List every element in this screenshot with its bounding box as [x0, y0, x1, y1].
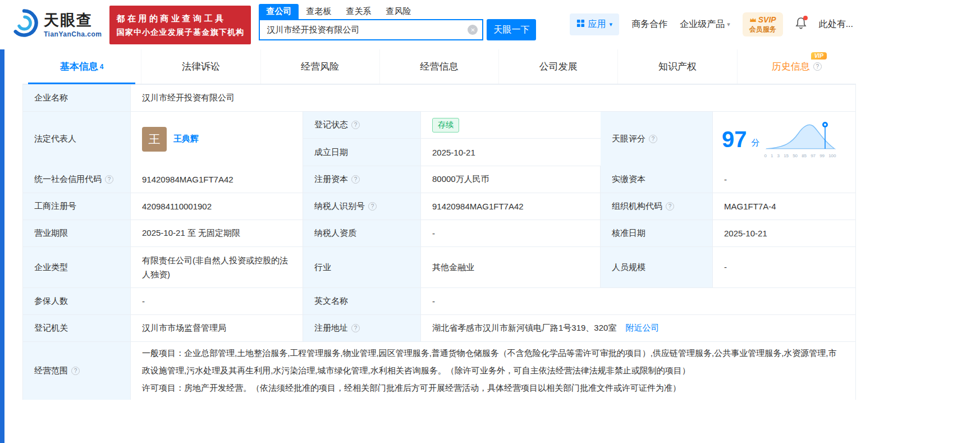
org-code-label: 组织机构代码	[612, 201, 662, 212]
help-icon[interactable]: ?	[351, 175, 360, 184]
tab-operating-risk[interactable]: 经营风险	[260, 49, 379, 84]
help-icon[interactable]: ?	[105, 175, 113, 184]
promo-banner: 都在用的商业查询工具 国家中小企业发展子基金旗下机构	[109, 6, 251, 44]
reg-number-label: 工商注册号	[23, 193, 131, 220]
apps-label: 应用	[588, 19, 606, 30]
tab-basic-info-label: 基本信息	[60, 60, 98, 73]
english-name-label: 英文名称	[303, 288, 421, 314]
legal-rep-name-link[interactable]: 王典辉	[173, 134, 199, 144]
apps-grid-icon	[576, 19, 585, 30]
chevron-down-icon: ▾	[727, 21, 730, 28]
legal-rep-avatar[interactable]: 王	[142, 127, 167, 152]
reg-status-cell: 存续	[421, 112, 601, 139]
tab-history-info[interactable]: 历史信息 VIP ?	[737, 49, 856, 84]
banner-line2: 国家中小企业发展子基金旗下机构	[116, 26, 244, 39]
tab-company-development-label: 公司发展	[539, 60, 578, 73]
tab-intellectual-property[interactable]: 知识产权	[617, 49, 736, 84]
notification-dot	[803, 16, 808, 20]
company-name-value: 汉川市经开投资有限公司	[131, 85, 855, 111]
search-button[interactable]: 天眼一下	[487, 19, 536, 40]
tab-intellectual-property-label: 知识产权	[658, 60, 697, 73]
tab-legal-proceedings[interactable]: 法律诉讼	[141, 49, 260, 84]
reg-address-label-cell: 注册地址 ?	[303, 315, 421, 341]
search-row: ✕ 天眼一下	[259, 19, 536, 40]
taxpayer-id-value: 91420984MAG1FT7A42	[421, 193, 601, 220]
legal-rep-cell: 王 王典辉	[131, 112, 303, 166]
reg-capital-label: 注册资本	[314, 174, 348, 185]
credit-code-label-cell: 统一社会信用代码 ?	[23, 166, 131, 193]
help-icon[interactable]: ?	[351, 121, 360, 129]
crown-icon	[749, 15, 757, 25]
insured-count-value: -	[131, 288, 303, 314]
search-input[interactable]	[259, 19, 483, 40]
search-tab-boss[interactable]: 查老板	[299, 4, 338, 19]
search-box: ✕	[259, 19, 483, 40]
notification-bell-icon[interactable]	[795, 17, 807, 31]
company-type-value: 有限责任公司(非自然人投资或控股的法人独资)	[131, 247, 303, 287]
reg-address-value: 湖北省孝感市汉川市新河镇电厂路1号319、320室	[432, 323, 616, 334]
establish-date-value: 2025-10-21	[421, 139, 601, 166]
company-info-table: 企业名称 汉川市经开投资有限公司 法定代表人 王 王典辉 登记状态 ?	[22, 84, 856, 400]
left-accent-strip	[0, 49, 4, 443]
reg-authority-label: 登记机关	[23, 315, 131, 341]
banner-line1: 都在用的商业查询工具	[116, 11, 244, 26]
help-icon[interactable]: ?	[368, 202, 377, 211]
axis-tick: 15	[784, 153, 789, 158]
tab-company-development[interactable]: 公司发展	[498, 49, 617, 84]
score-axis-labels: 0 1 3 15 50 85 97 99 100	[764, 153, 836, 158]
svip-line2: 会员服务	[749, 25, 776, 34]
reg-capital-value: 80000万人民币	[421, 166, 601, 193]
help-icon[interactable]: ?	[649, 135, 657, 143]
axis-tick: 0	[764, 153, 767, 158]
search-tab-company[interactable]: 查公司	[259, 4, 299, 19]
reg-status-label: 登记状态	[314, 120, 348, 130]
svip-label: SVIP	[758, 15, 776, 25]
help-icon[interactable]: ?	[813, 62, 822, 71]
tab-basic-info[interactable]: 基本信息 4	[22, 49, 141, 84]
nearby-companies-link[interactable]: 附近公司	[625, 323, 659, 334]
credit-code-value: 91420984MAG1FT7A42	[131, 166, 303, 193]
business-scope-cell: 一般项目：企业总部管理,土地整治服务,工程管理服务,物业管理,园区管理服务,普通…	[131, 342, 855, 400]
search-tab-risk[interactable]: 查风险	[378, 4, 418, 19]
help-icon[interactable]: ?	[351, 324, 360, 332]
score-distribution-chart: 0 1 3 15 50 85 97 99 100	[764, 120, 836, 158]
logo[interactable]: 天眼查 TianYanCha.com	[9, 8, 102, 40]
apps-button[interactable]: 应用 ▾	[570, 13, 620, 35]
sub-row: 登记状态 ? 存续	[303, 112, 601, 139]
score-unit: 分	[752, 138, 760, 148]
header: 天眼查 TianYanCha.com 都在用的商业查询工具 国家中小企业发展子基…	[0, 0, 859, 49]
svip-membership-button[interactable]: SVIP 会员服务	[743, 12, 783, 36]
business-scope-label: 经营范围	[34, 366, 68, 376]
reg-capital-label-cell: 注册资本 ?	[303, 166, 421, 193]
page: 天眼查 TianYanCha.com 都在用的商业查询工具 国家中小企业发展子基…	[0, 0, 980, 443]
reg-status-label-cell: 登记状态 ?	[303, 112, 421, 139]
link-enterprise-products[interactable]: 企业级产品 ▾	[680, 19, 730, 30]
org-code-label-cell: 组织机构代码 ?	[601, 193, 713, 220]
logo-title: 天眼查	[44, 10, 102, 30]
axis-tick: 3	[777, 153, 780, 158]
axis-tick: 99	[819, 153, 825, 158]
business-term-label: 营业期限	[23, 220, 131, 246]
search-tab-relation[interactable]: 查关系	[338, 4, 378, 19]
search-block: 查公司 查老板 查关系 查风险 ✕ 天眼一下	[259, 4, 536, 40]
axis-tick: 1	[771, 153, 773, 158]
vip-badge: VIP	[811, 52, 827, 60]
help-icon[interactable]: ?	[71, 367, 80, 375]
english-name-value: -	[421, 288, 855, 314]
tab-history-info-anchor: 历史信息 VIP	[772, 60, 810, 73]
link-business-cooperation[interactable]: 商务合作	[631, 19, 667, 30]
company-type-label: 企业类型	[23, 247, 131, 287]
reg-number-value: 420984110001902	[131, 193, 303, 220]
table-row: 工商注册号 420984110001902 纳税人识别号 ? 91420984M…	[23, 193, 855, 220]
staff-size-value: -	[713, 247, 855, 287]
axis-tick: 50	[793, 153, 798, 158]
taxpayer-id-label: 纳税人识别号	[314, 201, 365, 212]
axis-tick: 97	[810, 153, 816, 158]
legal-rep-label: 法定代表人	[23, 112, 131, 166]
establish-date-label: 成立日期	[303, 139, 421, 166]
tab-operating-info[interactable]: 经营信息	[379, 49, 498, 84]
user-menu[interactable]: 此处有...	[819, 19, 853, 30]
paid-capital-value: -	[713, 166, 855, 193]
table-row: 企业类型 有限责任公司(非自然人投资或控股的法人独资) 行业 其他金融业 人员规…	[23, 247, 855, 288]
help-icon[interactable]: ?	[666, 202, 674, 211]
